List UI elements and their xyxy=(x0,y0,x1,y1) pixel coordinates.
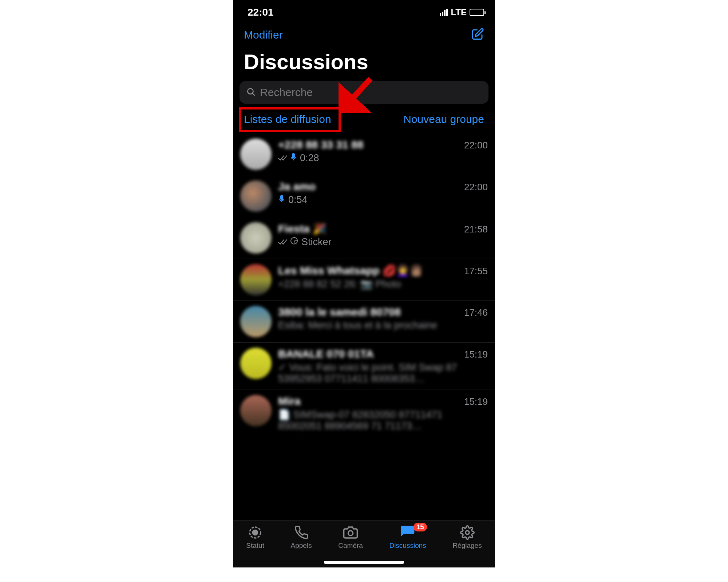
chat-time: 22:00 xyxy=(464,182,488,193)
mic-icon xyxy=(290,152,297,164)
avatar xyxy=(240,395,272,426)
tab-bar: Statut Appels Caméra Discussions 15 Ré xyxy=(233,520,495,567)
search-input[interactable] xyxy=(260,86,482,99)
chat-row[interactable]: Fiesta 🎉 21:58 Sticker xyxy=(233,217,495,259)
chat-time: 15:19 xyxy=(464,396,488,407)
chat-name: 3800 la le samedi 80708 xyxy=(278,306,401,318)
chat-row[interactable]: Mira 15:19 📄 SIMSwap-07 82832050 8771147… xyxy=(233,390,495,437)
status-time: 22:01 xyxy=(248,7,274,18)
header-row: Modifier xyxy=(233,21,495,46)
svg-rect-3 xyxy=(292,153,295,158)
tab-label: Discussions xyxy=(389,542,426,550)
avatar xyxy=(240,306,272,337)
chat-preview: 0:54 xyxy=(278,194,488,206)
tab-settings[interactable]: Réglages xyxy=(452,525,482,550)
svg-rect-5 xyxy=(280,195,283,200)
page-title: Discussions xyxy=(233,46,495,81)
avatar xyxy=(240,180,272,212)
search-icon xyxy=(246,87,256,98)
status-bar: 22:01 LTE xyxy=(233,0,495,21)
chat-time: 21:58 xyxy=(464,224,488,235)
avatar xyxy=(240,348,272,379)
sticker-icon xyxy=(290,236,298,248)
compose-icon[interactable] xyxy=(471,28,484,42)
read-check-icon xyxy=(278,236,287,248)
chat-preview-text: ✓ Vous: Fato voici le point. SIM Swap 87… xyxy=(278,362,488,384)
chat-name: Mira xyxy=(278,395,301,407)
chat-preview: 0:28 xyxy=(278,152,488,164)
read-check-icon xyxy=(278,152,287,164)
edit-button[interactable]: Modifier xyxy=(244,29,283,41)
search-bar[interactable] xyxy=(240,81,488,104)
tab-status[interactable]: Statut xyxy=(246,525,264,550)
avatar xyxy=(240,139,272,170)
chat-time: 17:55 xyxy=(464,266,488,277)
svg-point-10 xyxy=(348,531,353,535)
chat-row[interactable]: Les Miss Whatsapp 💋👩‍🦱👩🏽 17:55 +228 88 8… xyxy=(233,259,495,301)
svg-line-1 xyxy=(253,93,254,95)
signal-icon xyxy=(440,9,448,16)
chat-list: +228 88 33 31 88 22:00 0:28 Ja a xyxy=(233,133,495,437)
chat-preview: Sticker xyxy=(278,236,488,248)
status-icon xyxy=(248,525,262,540)
avatar xyxy=(240,222,272,254)
sublinks-row: Listes de diffusion Nouveau groupe xyxy=(233,104,495,133)
chat-preview: +228 88 82 52 26: 📷 Photo xyxy=(278,278,488,290)
chat-time: 22:00 xyxy=(464,140,488,151)
chat-row[interactable]: +228 88 33 31 88 22:00 0:28 xyxy=(233,133,495,175)
camera-icon xyxy=(343,525,358,540)
tab-label: Réglages xyxy=(452,542,482,550)
mic-icon xyxy=(278,194,285,206)
home-indicator[interactable] xyxy=(324,561,404,564)
svg-point-9 xyxy=(253,530,257,535)
tab-label: Appels xyxy=(291,542,312,550)
tab-calls[interactable]: Appels xyxy=(291,525,312,550)
chat-row[interactable]: 3800 la le samedi 80708 17:46 Esiba: Mer… xyxy=(233,301,495,343)
avatar xyxy=(240,264,272,295)
phone-screen: 22:01 LTE Modifier Discussions xyxy=(233,0,495,567)
chat-time: 15:19 xyxy=(464,349,488,360)
chat-name: Fiesta 🎉 xyxy=(278,222,326,235)
broadcast-lists-button[interactable]: Listes de diffusion xyxy=(244,113,331,125)
chat-time: 17:46 xyxy=(464,307,488,318)
battery-icon xyxy=(470,9,484,16)
tab-chats[interactable]: Discussions 15 xyxy=(389,525,426,550)
unread-badge: 15 xyxy=(414,523,427,531)
tab-camera[interactable]: Caméra xyxy=(338,525,363,550)
tab-label: Statut xyxy=(246,542,264,550)
new-group-button[interactable]: Nouveau groupe xyxy=(403,113,484,125)
chat-name: +228 88 33 31 88 xyxy=(278,139,363,151)
tab-label: Caméra xyxy=(338,542,363,550)
chat-preview-text: Esiba: Merci à tous et à la prochaine xyxy=(278,320,437,331)
chat-name: BANALE 070 01TA xyxy=(278,348,374,360)
voice-duration: 0:28 xyxy=(300,152,319,164)
chat-preview-text: +228 88 82 52 26: 📷 Photo xyxy=(278,278,401,290)
sticker-label: Sticker xyxy=(301,236,332,248)
chat-preview: ✓ Vous: Fato voici le point. SIM Swap 87… xyxy=(278,362,488,384)
voice-duration: 0:54 xyxy=(288,194,308,206)
phone-icon xyxy=(294,525,309,540)
gear-icon xyxy=(460,525,475,540)
chat-preview-text: 📄 SIMSwap-07 82832050 87711471 85002051 … xyxy=(278,409,488,432)
chat-row[interactable]: Ja amo 22:00 0:54 xyxy=(233,175,495,217)
svg-point-11 xyxy=(466,531,469,534)
chat-name: Ja amo xyxy=(278,180,316,193)
chat-row[interactable]: BANALE 070 01TA 15:19 ✓ Vous: Fato voici… xyxy=(233,343,495,390)
network-label: LTE xyxy=(451,7,467,17)
chat-preview: 📄 SIMSwap-07 82832050 87711471 85002051 … xyxy=(278,409,488,432)
chat-preview: Esiba: Merci à tous et à la prochaine xyxy=(278,320,488,331)
chat-name: Les Miss Whatsapp 💋👩‍🦱👩🏽 xyxy=(278,264,423,277)
